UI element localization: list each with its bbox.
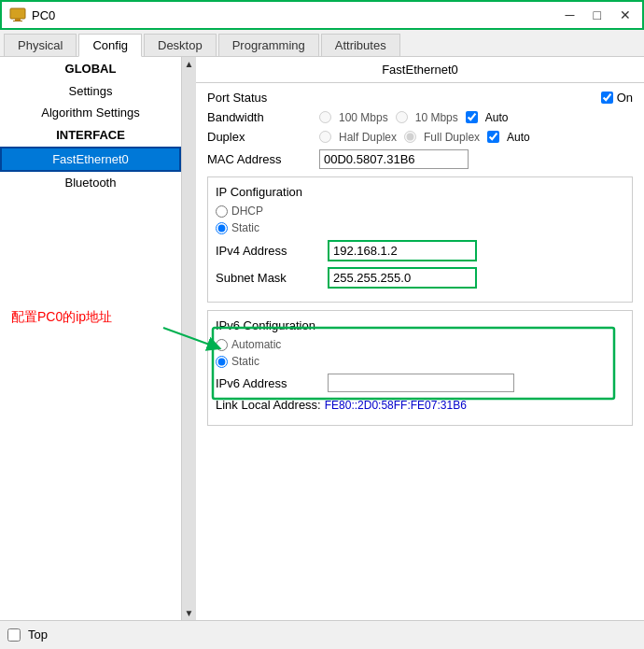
annotation-text: 配置PC0的ip地址 [11, 309, 112, 326]
ipv6-static-radio-group: Static [216, 355, 624, 368]
sidebar: GLOBAL Settings Algorithm Settings INTER… [0, 57, 196, 620]
half-duplex-radio[interactable] [319, 131, 331, 143]
ip-config-title: IP Configuration [216, 185, 624, 199]
pc-icon [9, 7, 26, 23]
link-local-address-row: Link Local Address: FE80::2D0:58FF:FE07:… [216, 398, 624, 412]
bandwidth-100-label: 100 Mbps [339, 111, 388, 124]
scroll-down-arrow[interactable]: ▼ [183, 606, 196, 620]
ipv6-automatic-radio[interactable] [216, 339, 228, 351]
svg-rect-0 [10, 8, 25, 19]
ipv6-automatic-label: Automatic [231, 338, 281, 351]
ipv6-static-radio[interactable] [216, 356, 228, 368]
ipv4-address-label: IPv4 Address [216, 244, 328, 258]
ipv6-automatic-radio-group: Automatic [216, 338, 624, 351]
link-local-value: FE80::2D0:58FF:FE07:31B6 [325, 399, 467, 412]
tab-desktop[interactable]: Desktop [144, 34, 217, 56]
ipv4-address-row: IPv4 Address [216, 240, 624, 261]
ipv6-config-title: IPv6 Configuration [216, 318, 624, 332]
tab-programming[interactable]: Programming [218, 34, 319, 56]
tab-attributes[interactable]: Attributes [321, 34, 400, 56]
bandwidth-10-label: 10 Mbps [415, 111, 458, 124]
dhcp-radio[interactable] [216, 205, 228, 218]
sidebar-item-algorithm-settings[interactable]: Algorithm Settings [0, 102, 181, 123]
subnet-mask-input[interactable] [328, 267, 477, 289]
dhcp-label: DHCP [231, 205, 263, 218]
subnet-mask-label: Subnet Mask [216, 271, 328, 285]
port-on-checkbox-group: On [601, 91, 633, 105]
top-checkbox[interactable] [7, 628, 21, 642]
ipv6-static-label: Static [231, 355, 259, 368]
bandwidth-controls: 100 Mbps 10 Mbps Auto [319, 111, 508, 124]
sidebar-header-global: GLOBAL [0, 57, 181, 80]
title-bar: PC0 ─ □ ✕ [0, 0, 644, 30]
port-status-controls: On [601, 91, 633, 105]
right-panel: FastEthernet0 Port Status On Bandwidth 1… [196, 57, 644, 620]
panel-title: FastEthernet0 [196, 57, 644, 83]
close-button[interactable]: ✕ [616, 7, 635, 22]
link-local-label: Link Local Address: [216, 398, 321, 412]
bandwidth-row: Bandwidth 100 Mbps 10 Mbps Auto [207, 110, 633, 124]
duplex-auto-label: Auto [507, 131, 530, 144]
port-on-checkbox[interactable] [601, 92, 613, 104]
dhcp-radio-group: DHCP [216, 205, 624, 218]
panel-body: Port Status On Bandwidth 100 Mbps 10 Mbp… [196, 83, 644, 620]
minimize-button[interactable]: ─ [562, 7, 579, 22]
sidebar-item-bluetooth[interactable]: Bluetooth [0, 172, 181, 193]
full-duplex-label: Full Duplex [424, 131, 480, 144]
mac-address-row: MAC Address [207, 149, 633, 169]
bandwidth-auto-label: Auto [485, 111, 509, 124]
static-radio-group: Static [216, 221, 624, 234]
ipv6-address-input[interactable] [328, 374, 514, 392]
bottom-bar: Top [0, 620, 644, 648]
port-status-label: Port Status [207, 91, 319, 105]
ipv6-config-section: IPv6 Configuration Automatic Static IPv6… [207, 310, 633, 426]
tab-bar: Physical Config Desktop Programming Attr… [0, 30, 644, 57]
tab-config[interactable]: Config [78, 34, 142, 57]
ipv6-address-label: IPv6 Address [216, 376, 328, 390]
mac-address-input[interactable] [319, 149, 469, 169]
half-duplex-label: Half Duplex [339, 131, 397, 144]
bandwidth-10-radio[interactable] [396, 111, 408, 123]
port-status-row: Port Status On [207, 91, 633, 105]
static-radio[interactable] [216, 222, 228, 234]
maximize-button[interactable]: □ [590, 7, 605, 22]
mac-address-label: MAC Address [207, 152, 319, 166]
ipv6-address-row: IPv6 Address [216, 374, 624, 392]
duplex-label: Duplex [207, 130, 319, 144]
ipv4-address-input[interactable] [328, 240, 477, 261]
svg-rect-2 [13, 21, 22, 21]
bandwidth-auto-checkbox[interactable] [466, 111, 478, 123]
top-label: Top [28, 628, 48, 642]
window-title: PC0 [32, 8, 55, 22]
svg-rect-1 [15, 19, 21, 21]
sidebar-inner: GLOBAL Settings Algorithm Settings INTER… [0, 57, 181, 193]
full-duplex-radio[interactable] [404, 131, 416, 143]
sidebar-item-settings[interactable]: Settings [0, 80, 181, 102]
main-content: 配置PC0的ip地址 GLOBAL Settings Algorithm Set… [0, 57, 644, 620]
ip-config-section: IP Configuration DHCP Static IPv4 Addres… [207, 176, 633, 303]
port-on-label: On [617, 91, 633, 105]
sidebar-header-interface: INTERFACE [0, 123, 181, 147]
duplex-auto-checkbox[interactable] [487, 131, 499, 143]
sidebar-item-fastethernet0[interactable]: FastEthernet0 [0, 147, 181, 172]
duplex-controls: Half Duplex Full Duplex Auto [319, 131, 530, 144]
title-controls[interactable]: ─ □ ✕ [562, 7, 635, 22]
bandwidth-label: Bandwidth [207, 110, 319, 124]
bandwidth-100-radio[interactable] [319, 111, 331, 123]
tab-physical[interactable]: Physical [4, 34, 77, 56]
subnet-mask-row: Subnet Mask [216, 267, 624, 289]
duplex-row: Duplex Half Duplex Full Duplex Auto [207, 130, 633, 144]
sidebar-scrollbar[interactable]: ▲ ▼ [181, 57, 196, 620]
static-label: Static [231, 221, 259, 234]
title-bar-left: PC0 [9, 7, 55, 23]
scroll-up-arrow[interactable]: ▲ [183, 57, 196, 71]
